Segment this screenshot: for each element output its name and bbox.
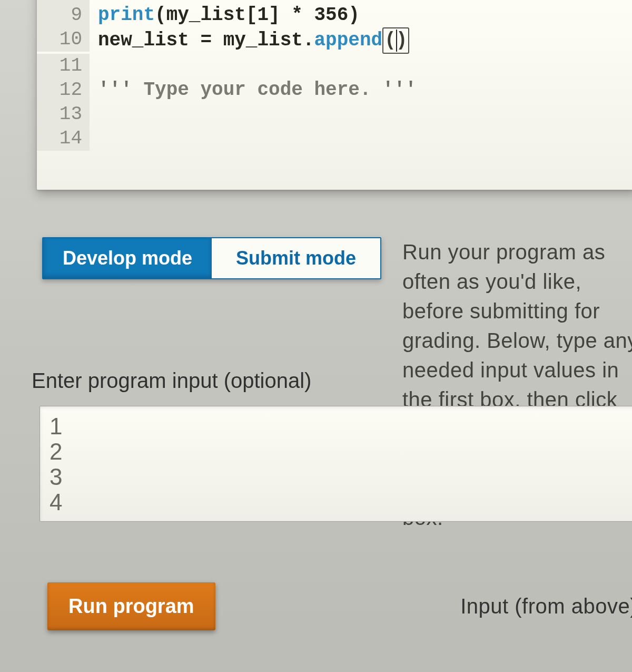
code-token: my_list <box>166 0 246 2</box>
code-line[interactable]: 13 <box>37 102 632 126</box>
code-token: ''' <box>371 79 417 101</box>
line-number: 10 <box>37 27 90 52</box>
code-line[interactable]: 10new_list = my_list.append() <box>37 27 632 54</box>
code-content[interactable]: new_list = my_list.append() <box>90 27 409 54</box>
line-number: 13 <box>37 102 90 126</box>
code-content[interactable]: ''' Type your code here. ''' <box>90 78 417 102</box>
code-token: . <box>303 30 314 51</box>
code-token: ''' <box>98 79 143 101</box>
cursor-position: () <box>382 27 409 54</box>
code-token: print <box>98 0 155 2</box>
tab-submit-mode[interactable]: Submit mode <box>212 238 380 278</box>
tab-develop-mode[interactable]: Develop mode <box>43 238 212 278</box>
code-token: print <box>98 4 155 26</box>
line-number: 9 <box>37 3 90 27</box>
line-number: 12 <box>37 78 90 102</box>
run-row: Run program Input (from above) <box>47 582 632 630</box>
code-line[interactable]: 14 <box>37 126 632 151</box>
code-token: = <box>200 30 223 51</box>
line-number: 14 <box>37 126 90 151</box>
code-token: ( <box>155 0 166 2</box>
code-token: ) <box>348 4 360 26</box>
line-number: 11 <box>37 54 90 78</box>
code-token: ( <box>155 4 166 26</box>
code-line[interactable]: 12''' Type your code here. ''' <box>37 78 632 102</box>
code-token: Type your code here. <box>143 79 371 101</box>
code-token: new_list <box>98 30 200 51</box>
code-token: ] * <box>269 4 314 26</box>
program-input-label: Enter program input (optional) <box>32 369 311 393</box>
code-editor[interactable]: 8print(my_list)9print(my_list[1] * 356)1… <box>37 0 632 190</box>
input-from-above-label: Input (from above) <box>460 595 632 618</box>
code-token: ) <box>246 0 258 2</box>
code-line[interactable]: 11 <box>37 54 632 78</box>
page-root: 8print(my_list)9print(my_list[1] * 356)1… <box>0 0 632 672</box>
code-token: 356 <box>314 4 349 26</box>
code-token: [ <box>246 4 258 26</box>
program-input[interactable]: 1 2 3 4 <box>39 406 632 522</box>
code-token: my_list <box>223 30 303 51</box>
code-content[interactable]: print(my_list[1] * 356) <box>90 3 360 27</box>
run-program-button[interactable]: Run program <box>47 582 215 630</box>
code-line[interactable]: 9print(my_list[1] * 356) <box>37 3 632 27</box>
mode-toggle: Develop mode Submit mode <box>42 237 381 279</box>
code-token: append <box>314 30 383 51</box>
code-token: 1 <box>257 4 269 26</box>
code-token: my_list <box>166 4 246 26</box>
